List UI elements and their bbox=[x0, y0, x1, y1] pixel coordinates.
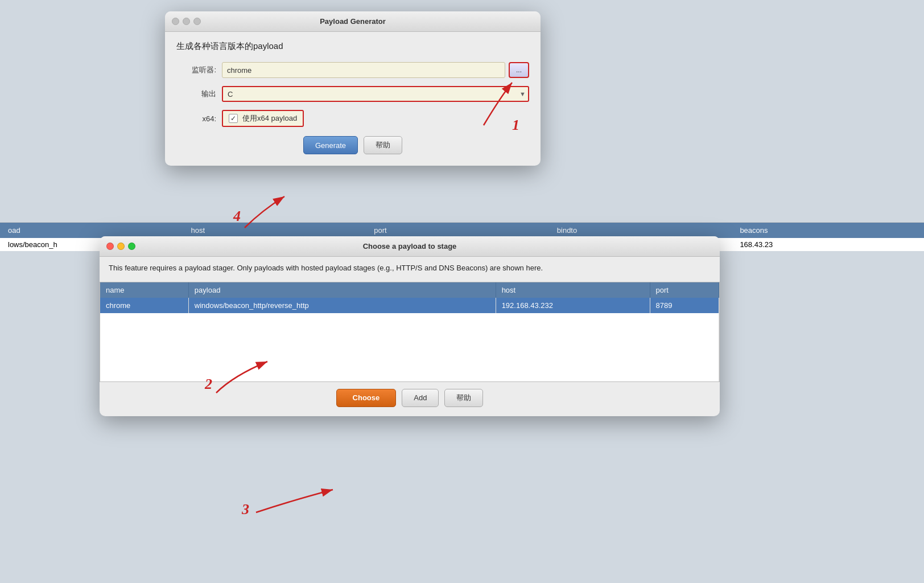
choose-close-button[interactable] bbox=[106, 243, 114, 250]
col-name: name bbox=[100, 282, 188, 298]
payload-generator-window: Payload Generator 生成各种语言版本的payload 监听器: … bbox=[165, 11, 541, 166]
payload-gen-title: Payload Generator bbox=[320, 17, 386, 26]
x64-label: x64: bbox=[176, 114, 216, 123]
bg-col-oad: oad bbox=[5, 225, 188, 236]
row-port: 8789 bbox=[650, 298, 719, 313]
choose-minimize-button[interactable] bbox=[117, 243, 125, 250]
choose-table-head: name payload host port bbox=[100, 282, 719, 298]
x64-row: x64: ✓ 使用x64 payload bbox=[176, 110, 529, 127]
choose-title: Choose a payload to stage bbox=[363, 242, 457, 251]
col-payload: payload bbox=[188, 282, 496, 298]
minimize-button[interactable] bbox=[183, 18, 190, 25]
empty-row-3 bbox=[100, 347, 719, 364]
choose-table-header-row: name payload host port bbox=[100, 282, 719, 298]
maximize-button[interactable] bbox=[193, 18, 201, 25]
bg-col-port: port bbox=[370, 225, 554, 236]
choose-table-body: chrome windows/beacon_http/reverse_http … bbox=[100, 298, 719, 381]
bg-col-beacons: beacons bbox=[736, 225, 919, 236]
row-host: 192.168.43.232 bbox=[496, 298, 650, 313]
bg-col-bindto: bindto bbox=[554, 225, 737, 236]
choose-titlebar: Choose a payload to stage bbox=[100, 236, 720, 257]
payload-gen-content: 生成各种语言版本的payload 监听器: ... 输出 ▼ x64: ✓ 使用… bbox=[165, 32, 541, 166]
add-button[interactable]: Add bbox=[402, 389, 439, 407]
choose-table-wrapper: name payload host port chrome windows/be… bbox=[100, 282, 720, 382]
annotation-num-1: 1 bbox=[512, 117, 519, 134]
listener-row: 监听器: ... bbox=[176, 62, 529, 78]
payload-gen-subtitle: 生成各种语言版本的payload bbox=[176, 41, 529, 52]
output-dropdown-arrow: ▼ bbox=[519, 91, 526, 97]
bg-col-host: host bbox=[188, 225, 371, 236]
choose-payload-window: Choose a payload to stage This feature r… bbox=[100, 236, 720, 416]
empty-row-4 bbox=[100, 364, 719, 381]
listener-input[interactable] bbox=[222, 62, 505, 78]
choose-button[interactable]: Choose bbox=[336, 389, 397, 407]
col-port: port bbox=[650, 282, 719, 298]
choose-table: name payload host port chrome windows/be… bbox=[100, 282, 719, 381]
payload-gen-titlebar: Payload Generator bbox=[165, 11, 541, 32]
choose-button-row: Choose Add 帮助 bbox=[100, 382, 720, 416]
listener-label: 监听器: bbox=[176, 65, 216, 75]
row-name: chrome bbox=[100, 298, 188, 313]
choose-content: This feature requires a payload stager. … bbox=[100, 257, 720, 416]
empty-row-2 bbox=[100, 330, 719, 347]
pg-help-button[interactable]: 帮助 bbox=[364, 136, 402, 154]
close-button[interactable] bbox=[172, 18, 179, 25]
generate-button[interactable]: Generate bbox=[303, 136, 358, 154]
browse-button[interactable]: ... bbox=[509, 62, 529, 78]
table-row[interactable]: chrome windows/beacon_http/reverse_http … bbox=[100, 298, 719, 313]
traffic-lights bbox=[172, 18, 201, 25]
annotation-num-4: 4 bbox=[233, 208, 241, 225]
output-row: 输出 ▼ bbox=[176, 86, 529, 102]
bg-row-beacons: 168.43.23 bbox=[736, 239, 919, 250]
pg-button-row: Generate 帮助 bbox=[176, 136, 529, 154]
choose-help-button[interactable]: 帮助 bbox=[444, 389, 483, 407]
bg-table-header: oad host port bindto beacons bbox=[0, 223, 924, 238]
empty-row-1 bbox=[100, 313, 719, 330]
choose-maximize-button[interactable] bbox=[128, 243, 135, 250]
annotation-arrow-3 bbox=[239, 478, 364, 524]
x64-checkbox[interactable]: ✓ bbox=[229, 114, 238, 123]
choose-description: This feature requires a payload stager. … bbox=[100, 257, 720, 274]
annotation-num-3: 3 bbox=[242, 501, 249, 518]
output-input[interactable] bbox=[222, 86, 529, 102]
choose-traffic-lights bbox=[106, 243, 135, 250]
browse-button-label: ... bbox=[516, 66, 522, 74]
annotation-num-2: 2 bbox=[205, 376, 212, 393]
col-host: host bbox=[496, 282, 650, 298]
output-label: 输出 bbox=[176, 89, 216, 99]
row-payload: windows/beacon_http/reverse_http bbox=[188, 298, 496, 313]
x64-checkbox-container: ✓ 使用x64 payload bbox=[222, 110, 304, 127]
x64-checkbox-text: 使用x64 payload bbox=[242, 113, 297, 124]
